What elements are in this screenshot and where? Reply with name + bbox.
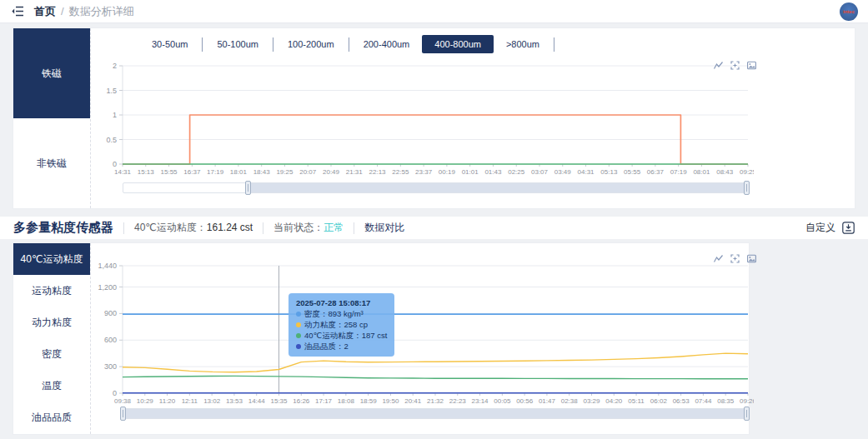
tab-30-50um[interactable]: 30-50um — [139, 35, 200, 53]
tab-400-800um[interactable]: 400-800um — [422, 35, 494, 53]
svg-text:21:32: 21:32 — [427, 397, 444, 405]
x-axis-labels: 14:3115:1315:5516:3717:1918:0118:4319:25… — [114, 164, 754, 176]
avatar-logo-text: intec — [843, 9, 855, 14]
topbar: 首页 / 数据分析详细 intec — [0, 0, 868, 23]
metric-item-temperature[interactable]: 温度 — [13, 371, 90, 402]
custom-button[interactable]: 自定义 — [805, 221, 835, 235]
viscosity-metric: 40℃运动粘度：161.24 cst — [134, 221, 253, 235]
save-image-icon[interactable] — [747, 252, 756, 267]
svg-text:600: 600 — [104, 336, 117, 344]
viscosity-header: 多参量粘度传感器 40℃运动粘度：161.24 cst 当前状态：正常 数据对比… — [0, 217, 868, 240]
metric-item-density[interactable]: 密度 — [13, 339, 90, 371]
tab-separator — [273, 37, 273, 52]
datazoom-window[interactable] — [248, 183, 747, 192]
svg-text:23:14: 23:14 — [472, 397, 489, 405]
svg-text:08:01: 08:01 — [693, 168, 710, 176]
svg-text:14:31: 14:31 — [114, 168, 132, 176]
datazoom-slider[interactable] — [123, 182, 748, 193]
svg-text:05:11: 05:11 — [628, 397, 645, 405]
box-select-icon[interactable] — [730, 58, 740, 73]
export-icon[interactable] — [842, 222, 855, 234]
svg-text:15:35: 15:35 — [270, 397, 288, 405]
metric-item-oil-quality[interactable]: 油品品质 — [13, 402, 90, 434]
datazoom-handle-left[interactable] — [245, 181, 251, 195]
svg-text:01:43: 01:43 — [484, 168, 502, 176]
svg-text:15:55: 15:55 — [161, 168, 178, 176]
svg-text:23:37: 23:37 — [415, 168, 433, 176]
tab-gt-800um[interactable]: >800um — [494, 35, 552, 53]
particle-chart-area: 30-50um50-100um100-200um200-400um400-800… — [91, 28, 855, 208]
divider — [263, 222, 263, 234]
breadcrumb-current: 数据分析详细 — [69, 4, 134, 19]
particle-type-non-ferromagnetic[interactable]: 非铁磁 — [13, 118, 90, 208]
divider — [354, 222, 354, 234]
viscosity-panel: 40℃运动粘度运动粘度动力粘度密度温度油品品质 03006009001,2001… — [13, 242, 750, 435]
chart-toolbox — [714, 252, 756, 267]
y-axis-labels: 00.511.52 — [106, 62, 123, 168]
save-image-icon[interactable] — [747, 58, 756, 73]
metric-value: 161.24 cst — [207, 222, 253, 233]
datazoom-handle-right[interactable] — [744, 181, 750, 195]
metric-item-kinematic-viscosity[interactable]: 运动粘度 — [13, 275, 90, 307]
tab-200-400um[interactable]: 200-400um — [351, 35, 423, 53]
svg-text:05:13: 05:13 — [600, 168, 618, 176]
svg-text:19:50: 19:50 — [382, 397, 399, 405]
svg-text:1: 1 — [113, 111, 117, 119]
tab-separator — [202, 37, 203, 52]
divider — [123, 222, 124, 234]
breadcrumb: 首页 / 数据分析详细 — [34, 4, 134, 19]
data-compare-link[interactable]: 数据对比 — [364, 221, 404, 235]
particle-type-ferromagnetic[interactable]: 铁磁 — [13, 28, 90, 118]
status-field: 当前状态：正常 — [273, 221, 344, 235]
menu-fold-icon[interactable] — [12, 6, 24, 17]
svg-text:22:23: 22:23 — [449, 397, 467, 405]
svg-text:03:29: 03:29 — [583, 397, 600, 405]
panel-title: 多参量粘度传感器 — [13, 220, 113, 236]
tab-50-100um[interactable]: 50-100um — [204, 35, 271, 53]
svg-text:07:44: 07:44 — [695, 397, 712, 405]
svg-text:04:31: 04:31 — [578, 168, 595, 176]
metric-item-dynamic-viscosity[interactable]: 动力粘度 — [13, 307, 90, 338]
avatar[interactable]: intec — [840, 2, 858, 21]
x-axis-labels: 09:3810:2911:2012:1113:0213:5314:4415:35… — [114, 393, 754, 405]
metric-label: 40℃运动粘度： — [134, 222, 207, 233]
svg-text:22:55: 22:55 — [392, 168, 409, 176]
breadcrumb-separator: / — [61, 5, 64, 17]
svg-text:03:49: 03:49 — [554, 168, 572, 176]
line-chart-icon[interactable] — [714, 252, 723, 267]
svg-text:20:49: 20:49 — [323, 168, 340, 176]
svg-text:01:47: 01:47 — [539, 397, 556, 405]
datazoom-slider[interactable] — [123, 408, 748, 419]
box-select-icon[interactable] — [730, 252, 740, 267]
svg-text:09:26: 09:26 — [740, 397, 754, 405]
status-badge: 正常 — [324, 222, 344, 233]
datazoom-handle-right[interactable] — [744, 407, 750, 421]
breadcrumb-home[interactable]: 首页 — [34, 4, 56, 19]
svg-text:16:26: 16:26 — [293, 397, 310, 405]
datazoom-window[interactable] — [123, 409, 747, 418]
grid-lines — [123, 266, 748, 393]
svg-text:02:25: 02:25 — [508, 168, 525, 176]
svg-text:13:53: 13:53 — [226, 397, 243, 405]
svg-text:1.5: 1.5 — [106, 87, 117, 95]
metric-item-kinematic-viscosity-40c[interactable]: 40℃运动粘度 — [13, 243, 90, 275]
svg-text:03:07: 03:07 — [531, 168, 549, 176]
svg-text:01:01: 01:01 — [462, 168, 479, 176]
line-series-动力粘度 — [123, 353, 748, 372]
svg-text:16:37: 16:37 — [183, 168, 201, 176]
svg-text:1,200: 1,200 — [98, 283, 117, 292]
svg-text:06:02: 06:02 — [650, 397, 668, 405]
tab-separator — [554, 37, 554, 52]
svg-text:0.5: 0.5 — [106, 136, 117, 144]
svg-text:20:41: 20:41 — [404, 397, 422, 405]
line-chart-icon[interactable] — [714, 58, 723, 73]
svg-text:14:44: 14:44 — [248, 397, 266, 405]
tab-100-200um[interactable]: 100-200um — [275, 35, 347, 53]
svg-text:20:07: 20:07 — [299, 168, 317, 176]
svg-text:300: 300 — [104, 362, 117, 371]
svg-text:11:20: 11:20 — [159, 397, 176, 405]
datazoom-handle-left[interactable] — [120, 407, 126, 421]
svg-text:1,440: 1,440 — [98, 262, 117, 270]
svg-text:900: 900 — [104, 309, 117, 317]
tab-separator — [349, 37, 349, 52]
